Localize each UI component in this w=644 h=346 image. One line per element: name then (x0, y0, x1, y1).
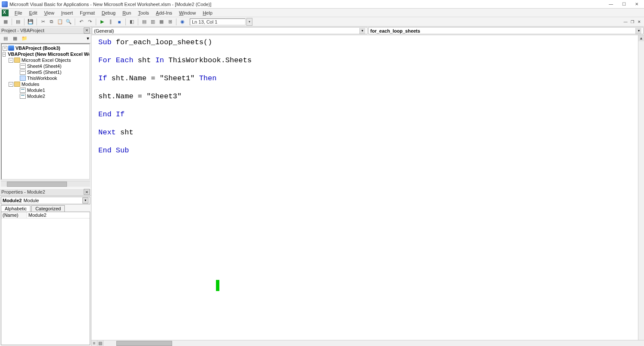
procedure-view-icon[interactable]: ≡ (91, 340, 97, 346)
collapse-icon[interactable]: − (9, 58, 13, 63)
object-combo[interactable]: (General) ▾ (92, 27, 368, 34)
cut-icon[interactable]: ✂ (39, 18, 47, 26)
worksheet-icon (20, 64, 26, 69)
tree-module2[interactable]: Module2 (3, 93, 88, 99)
menu-edit[interactable]: Edit (26, 9, 41, 16)
project-tree[interactable]: + VBAProject (Book3) − VBAProject (New M… (1, 43, 90, 180)
reset-icon[interactable]: ■ (115, 18, 123, 26)
hscroll-track[interactable] (103, 340, 644, 346)
properties-object-selector[interactable]: Module2 Module ▾ (1, 197, 90, 204)
code-vscrollbar[interactable]: ▲ (638, 35, 644, 340)
project-tree-hscrollbar[interactable] (1, 181, 90, 187)
toolbar-options-dropdown[interactable]: ▾ (246, 18, 252, 26)
expand-icon[interactable]: + (3, 46, 7, 51)
tree-modules[interactable]: − Modules (3, 81, 88, 87)
run-icon[interactable]: ▶ (98, 18, 106, 26)
mdi-restore-button[interactable]: ❐ (629, 19, 635, 25)
properties-grid[interactable]: (Name) Module2 (1, 212, 90, 346)
procedure-combo[interactable]: for_each_loop_sheets ▾ (368, 27, 644, 34)
project-toolbar-options[interactable]: ▾ (87, 36, 89, 41)
project-explorer-toolbar: ▤ ▦ 📁 ▾ (0, 34, 91, 43)
menu-format[interactable]: Format (76, 9, 98, 16)
undo-icon[interactable]: ↶ (77, 18, 85, 26)
mdi-close-button[interactable]: ✕ (636, 19, 642, 25)
properties-window-icon[interactable]: ▥ (149, 18, 157, 26)
tree-project-book3[interactable]: + VBAProject (Book3) (3, 45, 88, 51)
menu-tools[interactable]: Tools (134, 9, 152, 16)
workbook-icon (20, 76, 26, 81)
app-icon (2, 1, 8, 7)
menu-view[interactable]: View (41, 9, 58, 16)
properties-panel-close-button[interactable]: ✕ (84, 189, 90, 195)
project-explorer-close-button[interactable]: ✕ (84, 27, 90, 33)
menu-insert[interactable]: Insert (58, 9, 76, 16)
menu-file[interactable]: File (11, 9, 26, 16)
excel-icon[interactable] (2, 9, 9, 16)
break-icon[interactable]: ∥ (107, 18, 115, 26)
title-bar: Microsoft Visual Basic for Applications … (0, 0, 644, 9)
properties-tabs: Alphabetic Categorized (1, 205, 90, 212)
save-icon[interactable]: 💾 (27, 18, 34, 26)
copy-icon[interactable]: ⧉ (48, 18, 55, 26)
menu-help[interactable]: Help (199, 9, 216, 16)
tab-alphabetic[interactable]: Alphabetic (1, 205, 30, 212)
close-button[interactable]: ✕ (631, 1, 642, 8)
find-icon[interactable]: 🔍 (65, 18, 73, 26)
scrollbar-thumb[interactable] (116, 341, 172, 346)
tree-project-main[interactable]: − VBAProject (New Microsoft Excel Worksl (3, 51, 88, 57)
folder-icon (14, 82, 20, 87)
toggle-folders-icon[interactable]: 📁 (21, 35, 28, 42)
view-code-icon[interactable]: ▤ (2, 35, 9, 42)
project-icon (8, 46, 14, 51)
tree-module1[interactable]: Module1 (3, 87, 88, 93)
menu-debug[interactable]: Debug (98, 9, 119, 16)
code-editor[interactable]: Sub for_each_loop_sheets() For Each sht … (91, 35, 644, 346)
property-value[interactable]: Module2 (27, 212, 90, 218)
collapse-icon[interactable]: − (9, 82, 13, 87)
tree-sheet5[interactable]: Sheet5 (Sheet1) (3, 69, 88, 75)
tab-categorized[interactable]: Categorized (31, 205, 64, 212)
scrollbar-thumb[interactable] (7, 182, 67, 187)
view-excel-icon[interactable]: ▦ (2, 18, 9, 26)
property-row-name[interactable]: (Name) Module2 (1, 212, 90, 219)
project-explorer-icon[interactable]: ▤ (140, 18, 148, 26)
object-browser-icon[interactable]: ▦ (158, 18, 165, 26)
full-module-view-icon[interactable]: ▤ (97, 340, 103, 346)
module-icon (20, 94, 26, 99)
collapse-icon[interactable]: − (3, 52, 6, 57)
module-icon (20, 88, 26, 93)
code-window: (General) ▾ for_each_loop_sheets ▾ Sub f… (91, 27, 644, 346)
folder-icon (14, 58, 20, 63)
dropdown-icon[interactable]: ▾ (635, 28, 641, 34)
project-explorer-title: Project - VBAProject (1, 28, 44, 33)
dropdown-icon[interactable]: ▾ (82, 197, 88, 203)
redo-icon[interactable]: ↷ (86, 18, 94, 26)
menu-window[interactable]: Window (176, 9, 199, 16)
tree-thisworkbook[interactable]: ThisWorkbook (3, 75, 88, 81)
help-icon[interactable]: ◉ (179, 18, 186, 26)
tree-excel-objects[interactable]: − Microsoft Excel Objects (3, 57, 88, 63)
line-column-indicator: Ln 13, Col 1 (190, 18, 246, 25)
dropdown-icon[interactable]: ▾ (359, 28, 365, 34)
insert-module-icon[interactable]: ▤ (14, 18, 22, 26)
code-hscrollbar: ≡ ▤ (91, 340, 644, 346)
maximize-button[interactable]: ☐ (618, 1, 629, 8)
menu-bar: File Edit View Insert Format Debug Run T… (0, 9, 644, 17)
tree-sheet4[interactable]: Sheet4 (Sheet4) (3, 63, 88, 69)
standard-toolbar: ▦ ▤ 💾 ✂ ⧉ 📋 🔍 ↶ ↷ ▶ ∥ ■ ◧ ▤ ▥ ▦ ⊞ ◉ Ln 1… (0, 17, 644, 27)
worksheet-icon (20, 70, 26, 75)
project-explorer-header: Project - VBAProject ✕ (0, 27, 91, 34)
property-key: (Name) (1, 212, 27, 218)
view-object-icon[interactable]: ▦ (11, 35, 19, 42)
properties-panel-title: Properties - Module2 (1, 189, 45, 194)
window-title: Microsoft Visual Basic for Applications … (9, 2, 211, 7)
minimize-button[interactable]: — (605, 1, 617, 8)
mdi-minimize-button[interactable]: — (623, 19, 629, 25)
scroll-up-icon[interactable]: ▲ (638, 35, 644, 41)
menu-addins[interactable]: Add-Ins (152, 9, 176, 16)
menu-run[interactable]: Run (119, 9, 134, 16)
paste-icon[interactable]: 📋 (56, 18, 64, 26)
design-mode-icon[interactable]: ◧ (128, 18, 136, 26)
green-indicator (216, 280, 219, 291)
toolbox-icon[interactable]: ⊞ (166, 18, 174, 26)
